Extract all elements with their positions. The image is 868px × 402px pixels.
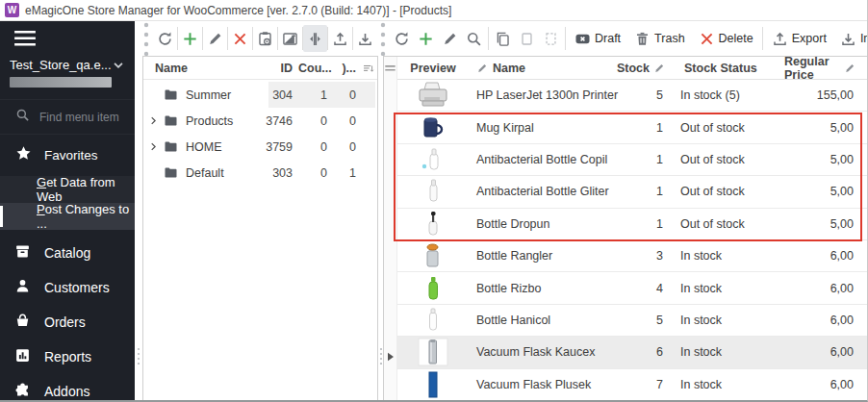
refresh-icon <box>394 31 410 47</box>
app-window: W eMagicOne Store Manager for WooCommerc… <box>0 0 868 402</box>
product-image-printer <box>397 81 469 110</box>
column-header-id[interactable]: ID <box>258 62 298 75</box>
column-header-count[interactable]: Cou... <box>298 62 331 75</box>
product-stock-status: In stock <box>671 249 784 263</box>
sidebar-item-addons[interactable]: Addons <box>0 374 135 402</box>
edit-category-button[interactable] <box>203 25 227 52</box>
image-adjust-icon <box>282 31 298 47</box>
delete-category-button[interactable] <box>228 25 252 52</box>
refresh-icon <box>157 31 173 47</box>
product-image-bottle-copil <box>397 145 469 174</box>
paste-product-button[interactable] <box>515 25 539 52</box>
product-image-mug <box>397 113 469 142</box>
column-header-name[interactable]: Name <box>143 62 258 75</box>
product-row-bottle-hanicol[interactable]: Bottle Hanicol5In stock6,00 <box>397 305 867 337</box>
folder-icon <box>163 165 179 180</box>
pencil-icon <box>207 31 223 47</box>
preview-category-button[interactable] <box>253 25 277 52</box>
category-id: 3759 <box>258 140 298 154</box>
add-category-button[interactable] <box>178 25 202 52</box>
export-products-button[interactable]: Export <box>765 25 833 52</box>
product-row-bottle-copil[interactable]: Antibacterial Bottle Copil1Out of stock5… <box>397 144 867 176</box>
product-stock-status: In stock <box>671 345 784 359</box>
category-row-home[interactable]: HOME375900 <box>143 134 377 160</box>
product-row-bottle-dropun[interactable]: Bottle Dropun1Out of stock5,00 <box>397 209 867 240</box>
duplicate-product-button[interactable] <box>539 25 563 52</box>
sidebar-item-label: Reports <box>44 349 91 364</box>
toolbar-left-grip[interactable] <box>142 29 150 48</box>
refresh-categories-button[interactable] <box>153 25 177 52</box>
copy-product-button[interactable] <box>491 25 515 52</box>
column-options-icon[interactable] <box>384 57 396 80</box>
sidebar-subitem-label: Post Changes to ... <box>37 202 135 231</box>
category-row-default[interactable]: Default30301 <box>143 160 377 186</box>
sidebar-splitter[interactable] <box>136 344 140 367</box>
category-extra: 0 <box>331 114 358 128</box>
column-header-preview[interactable]: Preview <box>397 62 469 75</box>
sidebar-item-label: Catalog <box>44 245 90 261</box>
product-row-bottle-rangler[interactable]: Bottle Rangler3In stock6,00 <box>397 240 867 272</box>
product-stock-status: In stock <box>671 282 784 295</box>
product-row-bottle-rizbo[interactable]: Bottle Rizbo4In stock6,00 <box>397 272 867 304</box>
product-row-mug[interactable]: Mug Kirpal1Out of stock5,00 <box>397 112 867 143</box>
category-row-products[interactable]: Products374600 <box>143 108 377 134</box>
import-products-button[interactable]: Import <box>833 25 868 52</box>
expander-icon[interactable] <box>143 113 163 129</box>
find-product-button[interactable] <box>462 25 486 52</box>
category-count: 0 <box>298 166 331 180</box>
import-categories-button[interactable] <box>353 25 377 52</box>
sidebar-item-reports[interactable]: Reports <box>0 339 135 374</box>
product-stock-status: Out of stock <box>671 185 784 198</box>
sidebar-subitem-get-data-from-web[interactable]: Get Data from Web <box>0 176 135 203</box>
title-bar: W eMagicOne Store Manager for WooCommerc… <box>0 0 868 21</box>
sort-icon[interactable] <box>358 62 377 74</box>
product-row-flask-plusek[interactable]: Vacuum Flask Plusek7In stock6,00 <box>397 369 867 401</box>
split-view-button[interactable] <box>303 25 327 52</box>
add-product-button[interactable] <box>414 25 438 52</box>
edit-product-button[interactable] <box>438 25 462 52</box>
trash-button[interactable]: Trash <box>627 25 692 52</box>
product-image-flask-kaucex <box>397 338 469 366</box>
image-settings-button[interactable] <box>278 25 302 52</box>
column-header-stock-status[interactable]: Stock Status <box>671 62 784 75</box>
category-id: 3746 <box>258 114 298 128</box>
draft-button[interactable]: Draft <box>568 25 627 52</box>
product-regular-price: 155,00 <box>784 88 867 102</box>
sidebar-item-catalog[interactable]: Catalog <box>0 236 135 270</box>
sidebar-item-customers[interactable]: Customers <box>0 270 135 305</box>
upload-icon <box>332 31 348 47</box>
column-header-product-name[interactable]: Name <box>469 62 628 75</box>
column-header-regular-price[interactable]: Regular Price <box>784 55 867 82</box>
sidebar-subitem-post-changes-to[interactable]: Post Changes to ... <box>0 203 135 230</box>
category-extra: 0 <box>331 88 358 102</box>
product-row-bottle-gliter[interactable]: Antibacterial Bottle Gliter1Out of stock… <box>397 176 867 208</box>
category-count: 0 <box>298 140 331 154</box>
product-stock: 1 <box>628 217 671 231</box>
export-products-button-label: Export <box>792 32 827 45</box>
product-row-flask-kaucex[interactable]: Vacuum Flask Kaucex6In stock6,00 <box>397 337 867 368</box>
product-image-bottle-gliter <box>397 177 469 206</box>
sidebar-item-orders[interactable]: Orders <box>0 305 135 339</box>
refresh-products-button[interactable] <box>390 25 414 52</box>
category-row-summer[interactable]: Summer30410 <box>143 82 377 108</box>
store-name: Test_Store_qa.e... <box>10 58 112 72</box>
chevron-down-icon <box>112 59 125 72</box>
product-row-printer[interactable]: HP LaserJet 1300n Printer5In stock (5)15… <box>397 80 867 112</box>
export-categories-button[interactable] <box>328 25 352 52</box>
expander-placeholder <box>143 88 163 103</box>
sidebar-item-favorites[interactable]: Favorites <box>0 135 135 176</box>
split-view-icon <box>307 31 323 47</box>
expander-icon[interactable] <box>143 139 163 155</box>
hamburger-menu-icon[interactable] <box>13 30 37 47</box>
download-icon <box>840 31 856 47</box>
store-selector[interactable]: Test_Store_qa.e... <box>10 58 125 72</box>
products-panel: Preview Name Stock Stock Status Regular … <box>383 56 868 402</box>
column-header-extra[interactable]: )... <box>331 62 358 75</box>
expander-placeholder <box>143 165 163 181</box>
toolbar-right-grip[interactable] <box>379 29 387 48</box>
column-header-stock[interactable]: Stock <box>628 62 671 75</box>
category-id: 304 <box>258 88 298 102</box>
sidebar-search-input[interactable]: Find menu item <box>0 99 135 135</box>
favorites-label: Favorites <box>44 148 98 163</box>
delete-product-button[interactable]: Delete <box>692 25 760 52</box>
